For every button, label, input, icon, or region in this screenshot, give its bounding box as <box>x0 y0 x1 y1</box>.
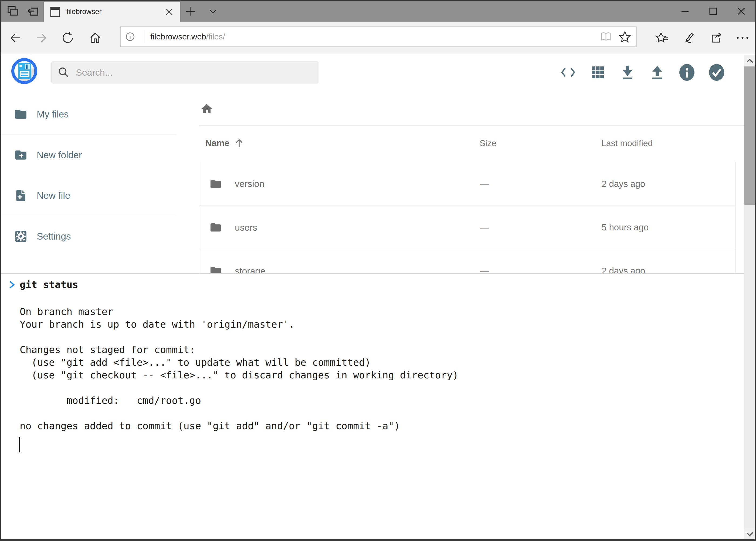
filebrowser-logo <box>11 58 37 84</box>
search-bar[interactable] <box>51 61 319 84</box>
new-tab-button[interactable] <box>180 1 202 22</box>
browser-tab[interactable]: filebrowser <box>44 2 180 22</box>
file-modified: 5 hours ago <box>602 222 735 233</box>
close-window-button[interactable] <box>727 1 755 22</box>
sidebar-item-new-file[interactable]: New file <box>1 175 176 216</box>
app-header <box>1 55 744 87</box>
search-icon <box>52 66 76 78</box>
terminal-prompt-row: git status <box>8 279 78 290</box>
add-favorite-button[interactable] <box>616 27 634 46</box>
url-path: /files/ <box>206 32 225 41</box>
check-circle-icon <box>708 64 725 81</box>
gear-icon <box>14 230 28 243</box>
sidebar: My files New folder New file <box>1 94 176 257</box>
address-bar[interactable]: filebrowser.web/files/ <box>120 26 637 47</box>
set-tabs-aside-button[interactable] <box>21 1 45 22</box>
column-name-label: Name <box>205 138 229 148</box>
sidebar-item-label: My files <box>37 109 69 120</box>
floppy-disk-icon <box>18 63 31 79</box>
maximize-button[interactable] <box>699 1 727 22</box>
browser-toolbar: filebrowser.web/files/ <box>1 22 755 54</box>
file-row-users[interactable]: users — 5 hours ago <box>199 206 735 249</box>
forward-button[interactable] <box>28 22 54 54</box>
grid-view-icon <box>591 65 605 79</box>
select-multiple-button[interactable] <box>707 62 726 83</box>
column-header-size[interactable]: Size <box>480 138 601 148</box>
info-icon <box>126 32 135 41</box>
forward-icon <box>35 32 48 44</box>
settings-more-button[interactable] <box>730 22 755 54</box>
upload-button[interactable] <box>647 62 667 83</box>
terminal-panel[interactable]: git status On branch master Your branch … <box>1 273 744 540</box>
file-row-version[interactable]: version — 2 days ago <box>199 162 735 206</box>
page-scrollbar[interactable] <box>744 55 755 540</box>
shell-button[interactable] <box>559 62 578 83</box>
back-icon <box>9 32 22 44</box>
tab-title: filebrowser <box>66 8 165 16</box>
search-input[interactable] <box>76 67 318 78</box>
home-icon <box>89 32 102 44</box>
scroll-down-button[interactable] <box>744 528 755 540</box>
annotate-pen-icon <box>682 31 695 44</box>
column-header-modified[interactable]: Last modified <box>601 138 735 148</box>
folder-icon <box>209 178 222 190</box>
content-divider <box>199 125 744 126</box>
prompt-chevron-icon <box>8 280 15 289</box>
close-tab-icon[interactable] <box>165 7 174 16</box>
folder-icon <box>14 108 28 121</box>
home-button[interactable] <box>82 22 108 54</box>
tab-preview-icon <box>6 5 20 18</box>
file-name: users <box>235 222 257 233</box>
annotate-button[interactable] <box>675 22 701 54</box>
header-actions <box>559 62 726 83</box>
chevron-down-icon <box>746 532 754 537</box>
share-icon <box>710 31 722 44</box>
title-bar: filebrowser <box>1 1 755 22</box>
page-icon <box>50 6 60 18</box>
window-controls <box>671 1 755 22</box>
refresh-button[interactable] <box>55 22 81 54</box>
close-window-icon <box>737 7 745 16</box>
download-icon <box>620 65 635 80</box>
new-folder-icon <box>14 148 28 162</box>
hub-button[interactable] <box>649 22 675 54</box>
scrollbar-thumb[interactable] <box>744 66 755 205</box>
terminal-command: git status <box>20 279 78 290</box>
new-file-icon <box>14 189 28 202</box>
back-button[interactable] <box>2 22 28 54</box>
browser-window: filebrowser <box>0 0 756 541</box>
chevron-up-icon <box>746 58 754 63</box>
more-icon <box>736 36 749 39</box>
maximize-icon <box>709 7 717 15</box>
minimize-button[interactable] <box>671 1 699 22</box>
share-button[interactable] <box>703 22 729 54</box>
minimize-icon <box>681 7 689 15</box>
favorite-star-icon <box>619 31 631 43</box>
sidebar-item-my-files[interactable]: My files <box>1 94 176 135</box>
tab-list-dropdown-button[interactable] <box>202 1 224 22</box>
sidebar-item-new-folder[interactable]: New folder <box>1 135 176 175</box>
home-breadcrumb-icon <box>200 102 213 115</box>
reading-view-button[interactable] <box>597 27 616 46</box>
download-button[interactable] <box>618 62 637 83</box>
url-text[interactable]: filebrowser.web/files/ <box>150 32 597 41</box>
scroll-up-button[interactable] <box>744 55 755 66</box>
listing-header: Name Size Last modified <box>199 135 735 152</box>
upload-icon <box>650 65 664 80</box>
grid-view-button[interactable] <box>588 62 608 83</box>
info-button[interactable] <box>677 62 697 83</box>
site-info-button[interactable] <box>121 27 139 46</box>
sidebar-item-settings[interactable]: Settings <box>1 216 176 257</box>
reading-view-icon <box>600 32 612 42</box>
sidebar-item-label: New folder <box>37 150 82 161</box>
new-tab-icon <box>185 6 196 17</box>
tab-dropdown-icon <box>207 6 218 17</box>
file-size: — <box>480 179 602 189</box>
breadcrumb-home-button[interactable] <box>198 100 215 118</box>
code-icon <box>560 67 576 78</box>
column-header-name[interactable]: Name <box>199 138 480 148</box>
terminal-cursor <box>19 437 20 452</box>
set-tabs-aside-icon <box>26 5 40 18</box>
sort-up-icon <box>235 138 243 148</box>
url-host: filebrowser.web <box>150 32 206 41</box>
